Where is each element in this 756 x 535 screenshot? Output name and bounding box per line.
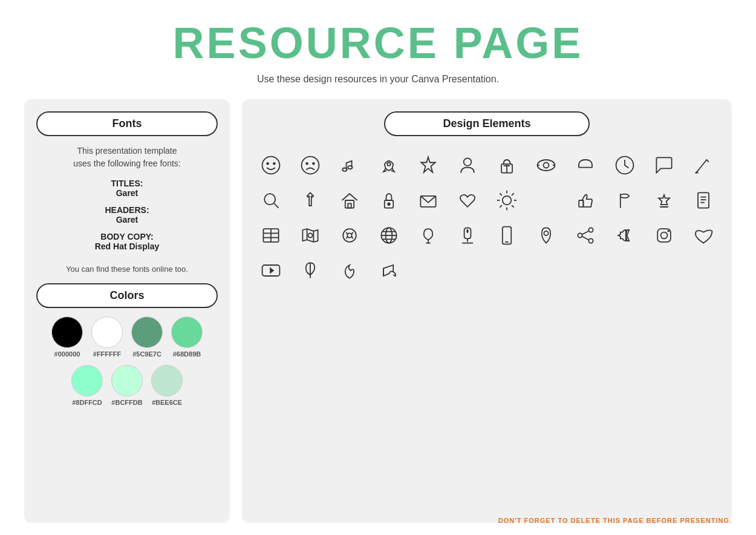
- left-panel: Fonts This presentation template uses th…: [24, 99, 230, 523]
- icon-item: [529, 221, 562, 250]
- icon-item: [254, 151, 287, 180]
- footer-note: DON'T FORGET TO DELETE THIS PAGE BEFORE …: [498, 517, 732, 524]
- svg-point-8: [387, 163, 390, 166]
- page-title: RESOURCE PAGE: [173, 18, 584, 68]
- icon-item: [293, 221, 327, 250]
- color-swatch: #BCFFDB: [111, 365, 143, 406]
- colors-row-2: #8DFFCD#BCFFDB#BEE6CE: [71, 365, 183, 406]
- icon-item: [569, 186, 602, 215]
- svg-point-75: [667, 230, 670, 232]
- icon-item: [372, 151, 405, 180]
- colors-row-1: #000000#FFFFFF#5C9E7C#68D89B: [51, 317, 203, 358]
- svg-point-3: [301, 157, 319, 174]
- colors-header: Colors: [36, 283, 218, 308]
- color-hex-label: #8DFFCD: [72, 399, 102, 406]
- icon-item: [411, 151, 445, 180]
- icon-item: [608, 186, 641, 215]
- icon-item: [647, 151, 680, 180]
- svg-rect-39: [579, 200, 583, 207]
- titles-font-name: Garet: [111, 188, 143, 198]
- colors-section: Colors #000000#FFFFFF#5C9E7C#68D89B #8DF…: [36, 283, 218, 409]
- color-swatch: #5C9E7C: [131, 317, 163, 358]
- svg-line-71: [582, 231, 588, 234]
- svg-rect-26: [348, 203, 351, 208]
- icon-item: [647, 221, 680, 250]
- icon-item: [686, 186, 720, 215]
- main-content: Fonts This presentation template uses th…: [24, 99, 732, 523]
- svg-point-23: [264, 194, 275, 205]
- headers-font-entry: HEADERS: Garet: [105, 205, 149, 225]
- icon-item: [451, 186, 484, 215]
- icon-item: [293, 151, 327, 180]
- icon-item: [293, 256, 327, 285]
- color-hex-label: #BEE6CE: [152, 399, 182, 406]
- color-swatch: #8DFFCD: [71, 365, 103, 406]
- svg-point-0: [262, 157, 279, 174]
- svg-point-55: [347, 233, 351, 237]
- icon-item: [333, 221, 366, 250]
- icon-item: [333, 151, 366, 180]
- svg-line-37: [512, 193, 514, 195]
- icon-item: [647, 186, 680, 215]
- icon-item: [254, 221, 287, 250]
- icon-item: [333, 186, 366, 215]
- color-hex-label: #FFFFFF: [93, 350, 121, 358]
- headers-font-name: Garet: [105, 215, 149, 225]
- icon-item: [490, 151, 523, 180]
- body-font-name: Red Hat Display: [95, 241, 160, 251]
- svg-marker-9: [421, 157, 435, 172]
- svg-point-4: [306, 163, 308, 165]
- svg-line-38: [500, 205, 502, 208]
- svg-point-28: [388, 203, 390, 206]
- color-hex-label: #000000: [54, 350, 80, 358]
- icon-item: [411, 186, 445, 215]
- page-subtitle: Use these design resources in your Canva…: [257, 74, 499, 85]
- icon-item: [333, 256, 366, 285]
- body-font-entry: BODY COPY: Red Hat Display: [95, 232, 160, 251]
- icon-item: [254, 186, 287, 215]
- titles-font-entry: TITLES: Garet: [111, 179, 143, 198]
- icons-grid: [254, 151, 720, 285]
- svg-line-24: [274, 203, 278, 208]
- color-swatch: #000000: [51, 317, 83, 358]
- color-swatch: #68D89B: [171, 317, 203, 358]
- color-hex-label: #68D89B: [173, 350, 201, 358]
- svg-point-69: [588, 228, 593, 232]
- icon-item: [372, 221, 405, 250]
- icon-item: [608, 221, 641, 250]
- icon-item: [411, 221, 445, 250]
- svg-point-10: [463, 158, 471, 166]
- svg-marker-77: [270, 268, 274, 274]
- svg-point-30: [502, 196, 510, 205]
- svg-point-14: [537, 160, 555, 171]
- icon-item: [490, 186, 523, 215]
- icon-item: [451, 151, 484, 180]
- svg-point-15: [543, 163, 549, 168]
- fonts-description: This presentation template uses the foll…: [73, 145, 180, 170]
- icon-item: [293, 186, 327, 215]
- body-label: BODY COPY:: [95, 232, 160, 241]
- svg-point-6: [342, 168, 347, 171]
- icon-item: [569, 151, 602, 180]
- icon-item: [608, 151, 641, 180]
- svg-line-35: [500, 193, 502, 195]
- svg-line-36: [512, 205, 514, 208]
- icon-item: [372, 186, 405, 215]
- icon-item: [686, 221, 720, 250]
- design-elements-header: Design Elements: [384, 111, 590, 136]
- svg-point-53: [308, 233, 312, 237]
- titles-label: TITLES:: [111, 179, 143, 188]
- color-hex-label: #BCFFDB: [111, 399, 142, 406]
- icon-item: [569, 221, 602, 250]
- svg-line-22: [706, 160, 709, 162]
- svg-point-70: [588, 238, 593, 243]
- svg-line-19: [698, 160, 706, 171]
- svg-point-67: [544, 231, 548, 235]
- icon-item: [372, 256, 405, 285]
- svg-point-54: [343, 229, 356, 242]
- svg-point-5: [313, 163, 314, 165]
- svg-point-1: [267, 163, 269, 165]
- svg-point-74: [660, 232, 667, 239]
- icon-item: [529, 151, 562, 180]
- color-swatch: #FFFFFF: [91, 317, 123, 358]
